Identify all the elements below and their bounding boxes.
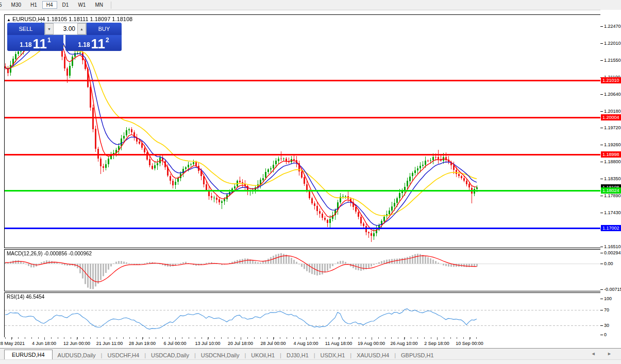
sell-button[interactable]: SELL	[7, 23, 44, 35]
time-minor-tick	[97, 337, 97, 339]
price-tick-mark	[600, 43, 603, 44]
timeframe-button-h1[interactable]: H1	[26, 1, 41, 9]
time-axis-label: 13 Jul 10:00	[195, 341, 220, 346]
volume-decrease-button[interactable]: ▼	[45, 23, 54, 34]
buy-price-tile[interactable]: 1.18 11 2	[65, 35, 122, 51]
time-major-tick	[77, 337, 77, 340]
time-minor-tick	[104, 337, 104, 339]
time-minor-tick	[90, 337, 91, 339]
rsi-tick-label: 0	[604, 332, 607, 337]
time-minor-tick	[280, 337, 280, 339]
chart-tab-xauusd[interactable]: XAUUSD,H4	[351, 351, 394, 360]
time-minor-tick	[431, 337, 431, 339]
time-axis-label: 28 May 2021	[0, 341, 25, 346]
time-minor-tick	[83, 337, 84, 339]
time-axis-label: 19 Aug 00:00	[358, 341, 385, 346]
sell-price-small: 1.18	[20, 41, 31, 48]
price-tick-label: 1.21550	[604, 58, 621, 63]
tab-scroll-arrows[interactable]: ◄ ►	[591, 351, 617, 356]
time-axis-label: 21 Jun 11:00	[96, 341, 123, 346]
time-axis-label: 2 Sep 18:00	[424, 341, 449, 346]
price-tick-mark	[600, 162, 603, 162]
time-minor-tick	[169, 337, 170, 339]
price-line-label: 1.20004	[601, 114, 621, 120]
time-major-tick	[142, 337, 143, 340]
time-minor-tick	[345, 337, 346, 339]
price-tick-label: 1.20640	[604, 92, 621, 97]
time-major-tick	[437, 337, 438, 340]
time-major-tick	[110, 337, 110, 340]
chart-tab-audusd[interactable]: AUDUSD,Daily	[53, 351, 101, 360]
time-minor-tick	[228, 337, 228, 339]
buy-price-sup: 2	[106, 37, 109, 44]
price-tick-label: 1.22010	[604, 41, 621, 46]
price-tick-mark	[600, 145, 603, 145]
rsi-indicator-panel: RSI(14) 46.5454	[4, 292, 601, 338]
time-minor-tick	[38, 337, 39, 339]
bottom-scrollbar-strip[interactable]	[0, 359, 621, 364]
timeframe-button-m30[interactable]: M30	[7, 1, 25, 9]
time-minor-tick	[136, 337, 137, 339]
rsi-canvas[interactable]	[5, 293, 600, 337]
chart-tab-usdcnh[interactable]: USDCNH,Daily	[196, 351, 245, 360]
sell-price-sup: 1	[47, 37, 51, 44]
price-tick-label: 1.19260	[604, 142, 621, 147]
time-minor-tick	[326, 337, 326, 339]
price-line-label: 1.21010	[601, 77, 621, 83]
macd-tick-label: -0.00715	[604, 287, 621, 292]
timeframe-button-h4[interactable]: H4	[42, 1, 57, 9]
time-major-tick	[208, 337, 208, 340]
time-minor-tick	[293, 337, 294, 339]
sell-price-tile[interactable]: 1.18 11 1	[7, 35, 63, 51]
mt4-window: 5M30H1H4D1W1MN ▲EURUSD,H4 1.18105 1.1811…	[0, 0, 621, 364]
macd-tick-mark	[600, 289, 603, 290]
time-major-tick	[469, 337, 470, 340]
timeframe-button-5[interactable]: 5	[0, 1, 6, 9]
chart-tab-dj30[interactable]: DJ30,H1	[281, 351, 314, 360]
buy-price-small: 1.18	[78, 41, 90, 48]
price-tick-label: 1.18800	[604, 159, 621, 164]
time-minor-tick	[359, 337, 359, 339]
buy-button[interactable]: BUY	[87, 23, 122, 35]
time-minor-tick	[457, 337, 457, 339]
time-minor-tick	[320, 337, 320, 339]
chart-tab-eurusd[interactable]: EURUSD,H4	[4, 350, 53, 360]
time-minor-tick	[450, 337, 451, 339]
chart-tabs-bar: EURUSD,H4AUDUSD,Daily|USDCHF,H4|USDCAD,D…	[0, 348, 621, 360]
macd-tick-mark	[600, 264, 603, 264]
time-axis-label: 4 Aug 10:00	[293, 341, 318, 346]
macd-tick-mark	[600, 253, 603, 253]
price-tick-mark	[600, 94, 603, 95]
time-minor-tick	[129, 337, 130, 339]
time-major-tick	[404, 337, 405, 340]
time-axis-label: 12 Jun 00:00	[63, 341, 90, 346]
price-tick-mark	[600, 247, 603, 247]
rsi-tick-mark	[600, 335, 603, 335]
price-tick-mark	[600, 179, 603, 179]
time-axis-label: 6 Jul 00:00	[163, 341, 186, 346]
time-axis-label: 11 Aug 18:00	[325, 341, 352, 346]
time-minor-tick	[71, 337, 71, 339]
chart-tab-gbpusd[interactable]: GBPUSD,H1	[396, 351, 439, 360]
chart-tab-ukoil[interactable]: UKOil,H1	[246, 351, 280, 360]
chart-tab-usdx[interactable]: USDX,H1	[315, 351, 350, 360]
chart-ohlc-header: ▲EURUSD,H4 1.18105 1.18111 1.18097 1.181…	[7, 16, 132, 22]
chart-tab-usdchf[interactable]: USDCHF,H4	[102, 351, 144, 360]
time-minor-tick	[398, 337, 398, 339]
volume-increase-button[interactable]: ▲	[77, 23, 86, 34]
price-axis: 1.224701.220101.215501.211001.206401.201…	[600, 10, 621, 339]
time-axis-label: 28 Jun 19:00	[129, 341, 156, 346]
time-minor-tick	[300, 337, 300, 339]
time-minor-tick	[411, 337, 411, 339]
time-minor-tick	[234, 337, 235, 339]
macd-canvas[interactable]	[5, 250, 600, 291]
time-minor-tick	[25, 337, 25, 339]
chart-tab-usdcad[interactable]: USDCAD,Daily	[146, 351, 194, 360]
time-major-tick	[175, 337, 176, 340]
timeframe-button-w1[interactable]: W1	[74, 1, 90, 9]
timeframe-button-mn[interactable]: MN	[91, 1, 107, 9]
volume-input[interactable]	[54, 23, 77, 34]
timeframe-button-d1[interactable]: D1	[58, 1, 73, 9]
time-minor-tick	[444, 337, 444, 339]
price-tick-mark	[600, 60, 603, 61]
